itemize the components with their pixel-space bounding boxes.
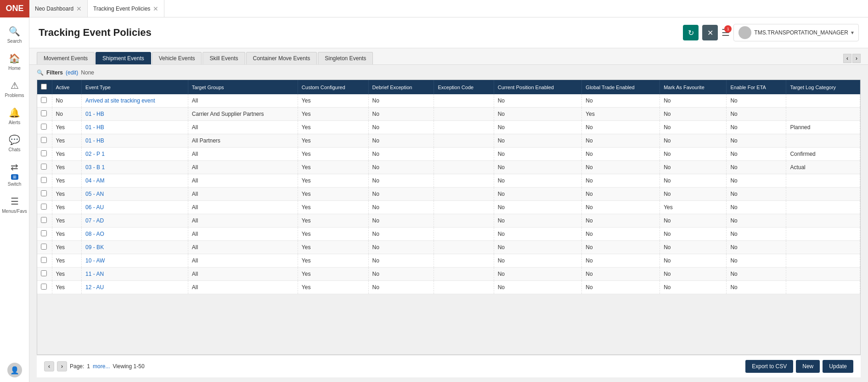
cell-event-type[interactable]: 01 - HB (82, 121, 188, 134)
export-csv-button[interactable]: Export to CSV (745, 360, 793, 373)
cell-event-type[interactable]: 04 - AM (82, 174, 188, 188)
cell-target-groups: All (188, 121, 298, 134)
cell-mark-as-favourite: No (660, 188, 727, 201)
tab-tracking-event-policies[interactable]: Tracking Event Policies ✕ (88, 0, 164, 17)
event-type-link[interactable]: 09 - BK (85, 244, 104, 251)
event-type-link[interactable]: 06 - AU (85, 204, 104, 211)
cell-active: Yes (52, 268, 82, 281)
cell-event-type[interactable]: 06 - AU (82, 201, 188, 214)
event-type-link[interactable]: 10 - AW (85, 257, 105, 264)
filters-edit-link[interactable]: (edit) (66, 69, 78, 76)
event-type-link[interactable]: 07 - AD (85, 217, 104, 224)
row-checkbox[interactable] (41, 164, 47, 170)
cell-event-type[interactable]: 12 - AU (82, 281, 188, 294)
refresh-button[interactable]: ↻ (683, 25, 699, 40)
event-type-link[interactable]: Arrived at site tracking event (85, 97, 155, 104)
next-page-button[interactable]: › (57, 361, 67, 371)
cell-target-groups: All Partners (188, 134, 298, 148)
row-checkbox[interactable] (41, 230, 47, 236)
row-checkbox[interactable] (41, 110, 47, 116)
cell-debrief-exception: No (368, 241, 434, 254)
table-footer: ‹ › Page: 1 more... Viewing 1-50 Export … (37, 355, 861, 377)
more-pages-link[interactable]: more... (93, 363, 110, 370)
event-type-link[interactable]: 02 - P 1 (85, 151, 105, 157)
row-checkbox[interactable] (41, 177, 47, 183)
cell-mark-as-favourite: No (660, 214, 727, 228)
tab-nav-next[interactable]: › (852, 54, 861, 63)
cell-event-type[interactable]: 08 - AO (82, 228, 188, 241)
cell-event-type[interactable]: 10 - AW (82, 254, 188, 268)
tab-shipment-events[interactable]: Shipment Events (96, 52, 151, 64)
cell-global-trade-enabled: No (582, 241, 660, 254)
cell-debrief-exception: No (368, 214, 434, 228)
row-checkbox[interactable] (41, 257, 47, 263)
sidebar-item-menus[interactable]: ☰ Menus/Favs (0, 191, 29, 218)
event-type-link[interactable]: 01 - HB (85, 111, 104, 117)
event-type-link[interactable]: 08 - AO (85, 231, 104, 237)
row-checkbox[interactable] (41, 217, 47, 223)
cell-mark-as-favourite: No (660, 148, 727, 161)
row-checkbox[interactable] (41, 97, 47, 103)
row-checkbox[interactable] (41, 150, 47, 156)
tab-container-move-events[interactable]: Container Move Events (246, 52, 317, 64)
row-checkbox[interactable] (41, 270, 47, 276)
sidebar-item-chats[interactable]: 💬 Chats (0, 130, 29, 157)
tab-nav-prev[interactable]: ‹ (843, 54, 851, 63)
select-all-checkbox[interactable] (41, 84, 47, 90)
cell-event-type[interactable]: 07 - AD (82, 214, 188, 228)
sidebar-item-search[interactable]: 🔍 Search (0, 21, 29, 48)
user-avatar-sidebar[interactable]: 👤 (7, 363, 22, 377)
cell-event-type[interactable]: 02 - P 1 (82, 148, 188, 161)
cell-event-type[interactable]: Arrived at site tracking event (82, 94, 188, 108)
tab-skill-events[interactable]: Skill Events (203, 52, 245, 64)
tab-vehicle-events[interactable]: Vehicle Events (152, 52, 202, 64)
tab-close-neo[interactable]: ✕ (76, 6, 82, 12)
event-type-link[interactable]: 01 - HB (85, 137, 104, 144)
row-checkbox[interactable] (41, 244, 47, 250)
cell-event-type[interactable]: 01 - HB (82, 134, 188, 148)
event-type-link[interactable]: 04 - AM (85, 177, 104, 184)
sidebar-item-switch[interactable]: ⇄ ⊞ Switch (0, 157, 29, 191)
close-button[interactable]: ✕ (702, 25, 718, 40)
page-title: Tracking Event Policies (39, 27, 683, 39)
prev-page-button[interactable]: ‹ (44, 361, 54, 371)
tab-movement-events[interactable]: Movement Events (37, 52, 95, 64)
cell-event-type[interactable]: 03 - B 1 (82, 161, 188, 174)
sidebar-item-alerts[interactable]: 🔔 Alerts (0, 103, 29, 130)
sidebar-item-problems[interactable]: ⚠ Problems (0, 75, 29, 103)
sidebar-item-home[interactable]: 🏠 Home (0, 48, 29, 75)
cell-custom-configured: Yes (298, 201, 368, 214)
cell-event-type[interactable]: 11 - AN (82, 268, 188, 281)
row-checkbox[interactable] (41, 284, 47, 290)
update-button[interactable]: Update (823, 360, 853, 373)
event-type-link[interactable]: 05 - AN (85, 191, 104, 197)
cell-target-log-category (786, 254, 860, 268)
tab-close-policies[interactable]: ✕ (153, 6, 158, 12)
cell-event-type[interactable]: 01 - HB (82, 108, 188, 121)
event-type-link[interactable]: 12 - AU (85, 284, 104, 291)
home-icon: 🏠 (9, 53, 20, 64)
cell-current-position-enabled: No (494, 134, 582, 148)
tab-neo-dashboard[interactable]: Neo Dashboard ✕ (29, 0, 88, 17)
table-row: Yes12 - AUAllYesNoNoNoNoNo (37, 281, 860, 294)
cell-target-log-category: Confirmed (786, 148, 860, 161)
cell-exception-code (434, 174, 494, 188)
event-type-link[interactable]: 03 - B 1 (85, 164, 105, 171)
row-checkbox[interactable] (41, 137, 47, 143)
tab-singleton-events[interactable]: Singleton Events (318, 52, 373, 64)
cell-active: Yes (52, 254, 82, 268)
cell-event-type[interactable]: 05 - AN (82, 188, 188, 201)
user-section[interactable]: TMS.TRANSPORTATION_MANAGER ▾ (733, 24, 859, 41)
menu-button[interactable]: ☰ 1 (721, 27, 730, 38)
cell-exception-code (434, 254, 494, 268)
sidebar-label-menus: Menus/Favs (2, 209, 27, 214)
event-type-link[interactable]: 11 - AN (85, 271, 104, 277)
cell-global-trade-enabled: No (582, 188, 660, 201)
row-checkbox[interactable] (41, 204, 47, 210)
row-checkbox[interactable] (41, 190, 47, 196)
row-checkbox[interactable] (41, 124, 47, 130)
cell-global-trade-enabled: No (582, 94, 660, 108)
new-button[interactable]: New (796, 360, 820, 373)
event-type-link[interactable]: 01 - HB (85, 124, 104, 131)
cell-event-type[interactable]: 09 - BK (82, 241, 188, 254)
